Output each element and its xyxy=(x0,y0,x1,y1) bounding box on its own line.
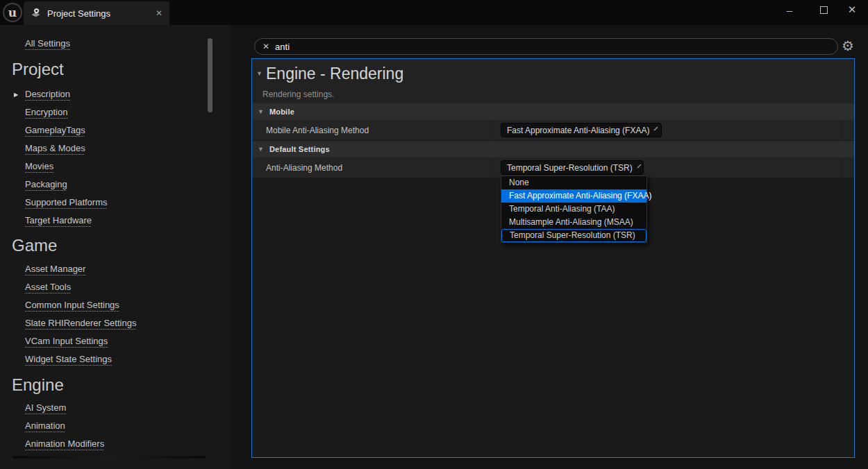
maximize-icon xyxy=(820,6,828,14)
setting-label: Anti-Aliasing Method xyxy=(266,163,342,173)
combobox-value: Temporal Super-Resolution (TSR) xyxy=(507,163,633,173)
sidebar-horizontal-scrollbar[interactable] xyxy=(12,456,206,459)
sidebar-item-widget-state[interactable]: Widget State Settings xyxy=(25,354,112,364)
dropdown-option-tsr[interactable]: Temporal Super-Resolution (TSR) xyxy=(501,229,646,242)
combobox-value: Fast Approximate Anti-Aliasing (FXAA) xyxy=(507,126,649,135)
unreal-project-settings-window: { "window": { "tab_label": "Project Sett… xyxy=(0,0,868,469)
tab-project-settings[interactable]: Project Settings ✕ xyxy=(24,1,169,25)
sidebar-section-game[interactable]: Game xyxy=(12,236,57,255)
unreal-engine-logo-icon: u xyxy=(3,3,22,22)
sidebar-item-target-hardware[interactable]: Target Hardware xyxy=(25,215,92,225)
sidebar-item-asset-tools[interactable]: Asset Tools xyxy=(25,282,71,292)
expander-right-icon[interactable]: ▶ xyxy=(14,92,18,98)
category-subtitle: Rendering settings. xyxy=(262,89,334,99)
anti-aliasing-method-combobox[interactable]: Temporal Super-Resolution (TSR) xyxy=(501,160,644,175)
sidebar-item-vcam-input[interactable]: VCam Input Settings xyxy=(25,336,108,346)
tab-label: Project Settings xyxy=(47,8,110,19)
section-header-mobile[interactable]: ▼ Mobile xyxy=(252,103,854,120)
project-settings-icon xyxy=(30,8,42,19)
sidebar-item-packaging[interactable]: Packaging xyxy=(25,179,67,189)
sidebar-item-asset-manager[interactable]: Asset Manager xyxy=(25,264,85,274)
sidebar-item-animation-modifiers[interactable]: Animation Modifiers xyxy=(25,438,104,449)
chevron-down-icon xyxy=(654,127,658,131)
sidebar-item-supported-platforms[interactable]: Supported Platforms xyxy=(25,197,108,207)
sidebar-item-slate-rhirenderer[interactable]: Slate RHIRenderer Settings xyxy=(25,318,136,328)
sidebar-item-common-input[interactable]: Common Input Settings xyxy=(25,300,119,310)
anti-aliasing-dropdown-menu: None Fast Approximate Anti-Aliasing (FXA… xyxy=(501,176,647,243)
sidebar-item-ai-system[interactable]: AI System xyxy=(25,402,66,413)
sidebar-vertical-scrollbar[interactable] xyxy=(208,38,212,112)
dropdown-option-msaa[interactable]: Multisample Anti-Aliasing (MSAA) xyxy=(501,216,646,229)
view-options-gear-icon[interactable]: ⚙ xyxy=(842,37,854,54)
chevron-down-icon xyxy=(637,164,641,169)
settings-sidebar: All Settings Project ▶ Description Encry… xyxy=(0,25,231,469)
column-divider xyxy=(841,157,842,178)
sidebar-item-all-settings[interactable]: All Settings xyxy=(25,38,70,49)
setting-row-mobile-anti-aliasing: Mobile Anti-Aliasing Method Fast Approxi… xyxy=(252,120,854,141)
sidebar-item-encryption[interactable]: Encryption xyxy=(25,107,67,117)
sidebar-section-engine[interactable]: Engine xyxy=(12,375,64,395)
window-close-button[interactable]: ✕ xyxy=(838,0,866,19)
close-icon: ✕ xyxy=(848,3,857,16)
title-bar: u Project Settings ✕ – ✕ xyxy=(0,0,868,25)
sidebar-item-maps-modes[interactable]: Maps & Modes xyxy=(25,143,85,153)
clear-search-icon[interactable]: ✕ xyxy=(262,42,269,51)
sidebar-section-project[interactable]: Project xyxy=(12,60,64,79)
section-label: Mobile xyxy=(269,108,294,116)
collapse-section-icon: ▼ xyxy=(258,108,264,115)
window-maximize-button[interactable] xyxy=(810,0,837,19)
sidebar-item-description[interactable]: Description xyxy=(25,89,70,99)
collapse-category-icon[interactable]: ▼ xyxy=(256,70,262,77)
section-header-default-settings[interactable]: ▼ Default Settings xyxy=(252,141,854,157)
sidebar-item-animation[interactable]: Animation xyxy=(25,420,65,431)
setting-label: Mobile Anti-Aliasing Method xyxy=(266,126,369,135)
column-divider xyxy=(841,120,842,140)
sidebar-item-movies[interactable]: Movies xyxy=(25,161,53,171)
mobile-anti-aliasing-combobox[interactable]: Fast Approximate Anti-Aliasing (FXAA) xyxy=(501,123,662,137)
dropdown-option-taa[interactable]: Temporal Anti-Aliasing (TAA) xyxy=(501,203,646,216)
tab-close-icon[interactable]: ✕ xyxy=(156,8,162,18)
category-title: Engine - Rendering xyxy=(266,65,403,83)
window-minimize-button[interactable]: – xyxy=(776,0,803,19)
column-divider[interactable] xyxy=(492,157,493,178)
column-divider[interactable] xyxy=(492,120,493,140)
section-label: Default Settings xyxy=(269,145,330,153)
category-header: ▼ Engine - Rendering Rendering settings. xyxy=(252,59,854,103)
minimize-icon: – xyxy=(787,4,792,16)
settings-detail-panel: ▼ Engine - Rendering Rendering settings.… xyxy=(251,58,855,458)
dropdown-option-fxaa[interactable]: Fast Approximate Anti-Aliasing (FXAA) xyxy=(501,189,646,203)
dropdown-option-none[interactable]: None xyxy=(501,176,646,189)
settings-search-box[interactable]: ✕ xyxy=(254,38,838,55)
search-input[interactable] xyxy=(275,42,803,52)
sidebar-item-gameplaytags[interactable]: GameplayTags xyxy=(25,125,85,135)
collapse-section-icon: ▼ xyxy=(258,146,264,153)
